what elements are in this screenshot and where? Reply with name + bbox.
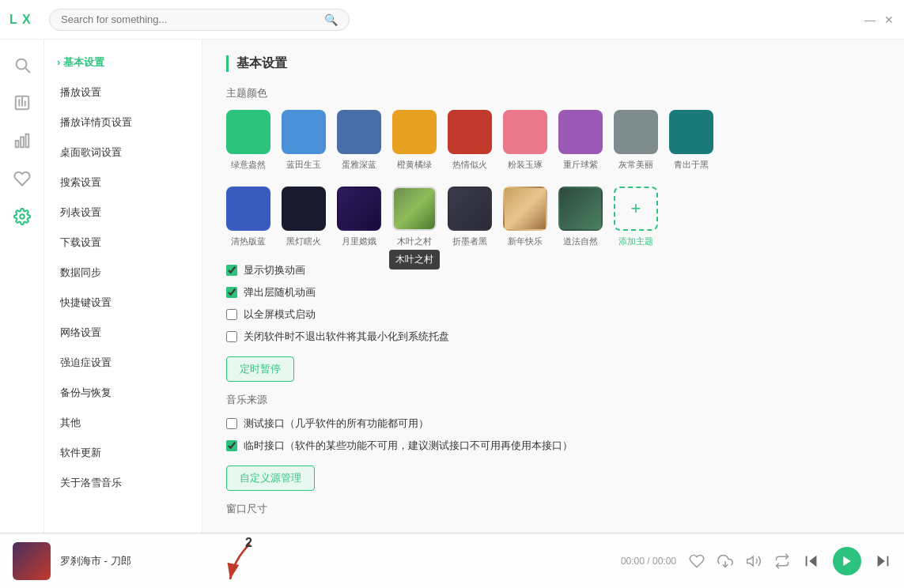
theme-item-dark-teal[interactable]: 青出于黑 [669, 110, 713, 171]
theme-item-leaf[interactable]: 木叶之村 木叶之村 [392, 187, 437, 247]
theme-item-natural[interactable]: 道法自然 [558, 187, 603, 247]
checkboxes-section: 显示切换动画 弹出层随机动画 以全屏模式启动 关闭软件时不退出软件将其最小化到系… [226, 263, 880, 344]
theme-name-pink: 粉装玉琢 [508, 159, 543, 171]
sidebar-icon-chart[interactable] [5, 123, 40, 158]
minimize-button[interactable]: — [864, 14, 876, 25]
player-next-button[interactable] [874, 552, 891, 570]
sidebar-icon-music[interactable] [5, 85, 40, 120]
theme-name-gray: 灰常美丽 [618, 159, 653, 171]
theme-swatch-orange [392, 110, 437, 154]
search-icon[interactable]: 🔍 [324, 13, 338, 26]
checkbox-label-no-quit: 关闭软件时不退出软件将其最小化到系统托盘 [244, 330, 449, 344]
theme-item-red[interactable]: 热情似火 [448, 110, 492, 171]
main-container: › 基本设置 播放设置 播放详情页设置 桌面歌词设置 搜索设置 列表设置 下载设… [0, 40, 904, 533]
theme-item-gray[interactable]: 灰常美丽 [614, 110, 658, 171]
nav-item-download[interactable]: 下载设置 [44, 228, 202, 258]
svg-line-1 [25, 68, 29, 72]
section-title: 基本设置 [226, 55, 880, 72]
theme-item-newyear[interactable]: 新年快乐 [503, 187, 547, 247]
theme-name-moon: 月里嫦娥 [342, 236, 376, 247]
theme-add-btn[interactable]: + [614, 187, 658, 231]
player-play-button[interactable] [833, 547, 861, 575]
checkbox-row-no-quit: 关闭软件时不退出软件将其最小化到系统托盘 [226, 330, 880, 344]
svg-marker-16 [878, 555, 885, 567]
checkbox-temp-api[interactable] [226, 440, 237, 451]
checkbox-no-quit[interactable] [226, 331, 237, 342]
player-controls: 00:00 / 00:00 [621, 547, 891, 575]
nav-item-detail[interactable]: 播放详情页设置 [44, 107, 202, 138]
theme-name-orange: 橙黄橘绿 [397, 159, 432, 171]
timer-button[interactable]: 定时暂停 [226, 356, 294, 382]
theme-add-label: 添加主题 [618, 236, 653, 247]
player-title: 罗刹海市 - 刀郎 [60, 554, 155, 568]
theme-item-blue[interactable]: 蓝田生玉 [282, 110, 326, 171]
nav-menu: › 基本设置 播放设置 播放详情页设置 桌面歌词设置 搜索设置 列表设置 下载设… [44, 40, 202, 533]
svg-rect-4 [21, 137, 24, 147]
checkbox-row-test-api: 测试接口（几乎软件的所有功能都可用） [226, 416, 880, 431]
sidebar-icon-search[interactable] [5, 47, 40, 82]
theme-item-blue2[interactable]: 清热版蓝 [226, 187, 270, 247]
nav-item-backup[interactable]: 备份与恢复 [44, 378, 202, 408]
theme-item-green[interactable]: 绿意盎然 [226, 110, 270, 171]
checkbox-random-anim[interactable] [226, 287, 237, 298]
player-prev-button[interactable] [803, 552, 820, 570]
nav-item-desktop-lyric[interactable]: 桌面歌词设置 [44, 138, 202, 168]
theme-item-purple[interactable]: 重斤球紫 [558, 110, 603, 171]
theme-swatch-blue [282, 110, 326, 154]
theme-item-orange[interactable]: 橙黄橘绿 [392, 110, 437, 171]
theme-item-ink-dark[interactable]: 折墨者黑 [448, 187, 492, 247]
theme-item-dark[interactable]: 黑灯瞎火 [282, 187, 326, 247]
nav-item-sync[interactable]: 数据同步 [44, 258, 202, 288]
theme-name-leaf: 木叶之村 [397, 236, 432, 247]
player-repeat-button[interactable] [774, 553, 790, 569]
checkbox-label-temp-api: 临时接口（软件的某些功能不可用，建议测试接口不可用再使用本接口） [244, 439, 573, 453]
titlebar: L X 🔍 — ✕ [0, 0, 904, 40]
player-volume-button[interactable] [746, 553, 762, 569]
sidebar-icons [0, 40, 44, 533]
checkbox-row-temp-api: 临时接口（软件的某些功能不可用，建议测试接口不可用再使用本接口） [226, 439, 880, 453]
music-source-section: 音乐来源 测试接口（几乎软件的所有功能都可用） 临时接口（软件的某些功能不可用，… [226, 393, 880, 491]
checkbox-fullscreen[interactable] [226, 309, 237, 320]
sidebar-icon-settings[interactable] [5, 199, 40, 234]
checkbox-test-api[interactable] [226, 418, 237, 429]
player-favorite-button[interactable] [689, 553, 705, 569]
nav-item-list[interactable]: 列表设置 [44, 198, 202, 228]
player-download-button[interactable] [717, 553, 733, 569]
checkbox-row-fullscreen: 以全屏模式启动 [226, 307, 880, 322]
player-album [13, 542, 51, 580]
search-input[interactable] [61, 13, 320, 25]
nav-item-shortcut[interactable]: 快捷键设置 [44, 288, 202, 318]
theme-name-purple: 重斤球紫 [563, 159, 598, 171]
theme-item-deep-blue[interactable]: 蛋雅深蓝 [337, 110, 381, 171]
nav-item-network[interactable]: 网络设置 [44, 318, 202, 348]
nav-item-obsession[interactable]: 强迫症设置 [44, 348, 202, 378]
theme-item-add[interactable]: + 添加主题 [614, 187, 658, 247]
theme-swatch-red [448, 110, 492, 154]
window-size-label: 窗口尺寸 [226, 502, 880, 516]
theme-section-label: 主题颜色 [226, 86, 880, 100]
nav-item-other[interactable]: 其他 [44, 408, 202, 438]
theme-name-newyear: 新年快乐 [508, 236, 543, 247]
music-source-label: 音乐来源 [226, 393, 880, 407]
theme-item-pink[interactable]: 粉装玉琢 [503, 110, 547, 171]
close-button[interactable]: ✕ [883, 14, 895, 25]
nav-item-play[interactable]: 播放设置 [44, 77, 202, 107]
theme-swatch-deep-blue [337, 110, 381, 154]
theme-item-moon[interactable]: 月里嫦娥 [337, 187, 381, 247]
checkbox-row-random-anim: 弹出层随机动画 [226, 285, 880, 300]
svg-marker-13 [809, 555, 816, 567]
theme-swatch-ink-dark [448, 187, 492, 231]
nav-item-update[interactable]: 软件更新 [44, 438, 202, 468]
nav-section-header[interactable]: › 基本设置 [44, 47, 202, 77]
player-time: 00:00 / 00:00 [621, 556, 676, 567]
theme-swatch-leaf [392, 187, 437, 231]
nav-item-search[interactable]: 搜索设置 [44, 168, 202, 198]
checkbox-show-switch-anim[interactable] [226, 265, 237, 276]
svg-point-6 [20, 214, 25, 219]
custom-source-button[interactable]: 自定义源管理 [226, 466, 315, 491]
checkbox-label-fullscreen: 以全屏模式启动 [244, 307, 316, 322]
sidebar-icon-favorite[interactable] [5, 161, 40, 196]
nav-item-about[interactable]: 关于洛雪音乐 [44, 468, 202, 498]
theme-name-blue2: 清热版蓝 [231, 236, 266, 247]
theme-swatch-dark-teal [669, 110, 713, 154]
